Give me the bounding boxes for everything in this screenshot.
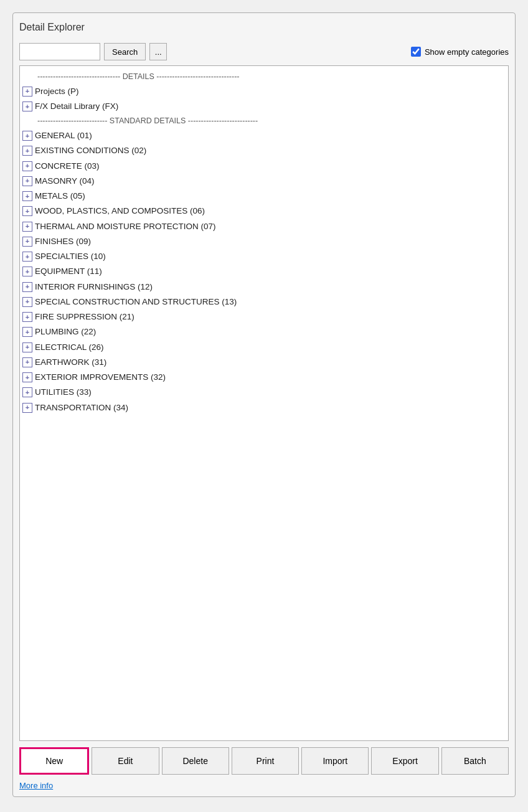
expand-icon[interactable]: + bbox=[22, 342, 32, 352]
tree-item[interactable]: +EARTHWORK (31) bbox=[22, 355, 506, 370]
tree-item[interactable]: +CONCRETE (03) bbox=[22, 159, 506, 174]
tree-item[interactable]: +SPECIALTIES (10) bbox=[22, 249, 506, 264]
tree-item-label: CONCRETE (03) bbox=[35, 160, 100, 172]
tree-item[interactable]: +MASONRY (04) bbox=[22, 174, 506, 189]
expand-icon[interactable]: + bbox=[22, 176, 32, 186]
tree-item-label: THERMAL AND MOISTURE PROTECTION (07) bbox=[35, 220, 216, 233]
tree-item-label: INTERIOR FURNISHINGS (12) bbox=[35, 281, 153, 293]
tree-item-label: F/X Detail Library (FX) bbox=[35, 100, 118, 113]
tree-item[interactable]: +F/X Detail Library (FX) bbox=[22, 99, 506, 114]
tree-item[interactable]: +THERMAL AND MOISTURE PROTECTION (07) bbox=[22, 219, 506, 234]
tree-item-label: FINISHES (09) bbox=[35, 235, 91, 248]
expand-icon[interactable]: + bbox=[22, 206, 32, 216]
expand-icon[interactable]: + bbox=[22, 191, 32, 201]
expand-icon[interactable]: + bbox=[22, 102, 32, 111]
window-title: Detail Explorer bbox=[19, 19, 509, 35]
tree-item-label: SPECIALTIES (10) bbox=[35, 250, 106, 263]
tree-item-label: MASONRY (04) bbox=[35, 175, 95, 187]
expand-icon[interactable]: + bbox=[22, 131, 32, 141]
expand-icon[interactable]: + bbox=[22, 403, 32, 413]
tree-item-label: PLUMBING (22) bbox=[35, 326, 96, 338]
tree-item-label: EQUIPMENT (11) bbox=[35, 265, 102, 278]
expand-icon[interactable]: + bbox=[22, 222, 32, 232]
tree-item-label: FIRE SUPPRESSION (21) bbox=[35, 311, 134, 323]
expand-icon[interactable]: + bbox=[22, 357, 32, 367]
footer-btn-print[interactable]: Print bbox=[232, 747, 299, 775]
tree-item[interactable]: +ELECTRICAL (26) bbox=[22, 340, 506, 355]
expand-icon[interactable]: + bbox=[22, 237, 32, 247]
tree-item[interactable]: +TRANSPORTATION (34) bbox=[22, 400, 506, 415]
tree-item-label: -------------------------------- DETAILS… bbox=[37, 71, 240, 83]
expand-icon[interactable]: + bbox=[22, 387, 32, 397]
tree-item-label: Projects (P) bbox=[35, 85, 79, 98]
footer-btn-import[interactable]: Import bbox=[301, 747, 369, 775]
expand-icon[interactable]: + bbox=[22, 327, 32, 337]
tree-item[interactable]: +FINISHES (09) bbox=[22, 234, 506, 249]
tree-item-label: EARTHWORK (31) bbox=[35, 356, 106, 369]
tree-item-label: TRANSPORTATION (34) bbox=[35, 402, 128, 414]
tree-item[interactable]: +EXTERIOR IMPROVEMENTS (32) bbox=[22, 370, 506, 385]
expand-icon[interactable]: + bbox=[22, 372, 32, 382]
search-input[interactable] bbox=[19, 43, 100, 60]
expand-icon[interactable]: + bbox=[22, 297, 32, 307]
tree-item-label: WOOD, PLASTICS, AND COMPOSITES (06) bbox=[35, 205, 205, 217]
expand-icon[interactable]: + bbox=[22, 87, 32, 97]
expand-icon[interactable]: + bbox=[22, 161, 32, 171]
tree-item-label: GENERAL (01) bbox=[35, 130, 92, 142]
tree-item-label: SPECIAL CONSTRUCTION AND STRUCTURES (13) bbox=[35, 296, 237, 308]
tree-item-label: METALS (05) bbox=[35, 190, 85, 202]
footer-btn-batch[interactable]: Batch bbox=[441, 747, 509, 775]
expand-icon[interactable]: + bbox=[22, 146, 32, 156]
tree-item: -------------------------------- DETAILS… bbox=[22, 70, 506, 84]
footer-btn-export[interactable]: Export bbox=[371, 747, 438, 775]
tree-item[interactable]: +PLUMBING (22) bbox=[22, 324, 506, 339]
tree-item-label: --------------------------- STANDARD DET… bbox=[37, 115, 258, 127]
tree-container[interactable]: -------------------------------- DETAILS… bbox=[19, 65, 509, 741]
detail-explorer-window: Detail Explorer Search ... Show empty ca… bbox=[12, 12, 516, 797]
expand-icon[interactable]: + bbox=[22, 282, 32, 292]
tree-item-label: EXISTING CONDITIONS (02) bbox=[35, 144, 146, 157]
footer-buttons: NewEditDeletePrintImportExportBatch bbox=[19, 747, 509, 775]
show-empty-checkbox[interactable] bbox=[411, 47, 421, 57]
tree-item[interactable]: +SPECIAL CONSTRUCTION AND STRUCTURES (13… bbox=[22, 295, 506, 309]
tree-item[interactable]: +GENERAL (01) bbox=[22, 128, 506, 143]
toolbar: Search ... Show empty categories bbox=[19, 43, 509, 60]
tree-item[interactable]: +METALS (05) bbox=[22, 189, 506, 204]
tree-item-label: ELECTRICAL (26) bbox=[35, 341, 104, 354]
expand-icon[interactable]: + bbox=[22, 267, 32, 276]
tree-item[interactable]: +UTILITIES (33) bbox=[22, 385, 506, 400]
footer-btn-new[interactable]: New bbox=[19, 747, 89, 775]
more-info-link[interactable]: More info bbox=[19, 781, 509, 790]
tree-item-label: UTILITIES (33) bbox=[35, 386, 92, 399]
footer-btn-edit[interactable]: Edit bbox=[92, 747, 159, 775]
search-button[interactable]: Search bbox=[104, 43, 146, 60]
tree-item[interactable]: +EXISTING CONDITIONS (02) bbox=[22, 143, 506, 158]
tree-item[interactable]: +EQUIPMENT (11) bbox=[22, 264, 506, 279]
footer-btn-delete[interactable]: Delete bbox=[162, 747, 229, 775]
tree-item[interactable]: +INTERIOR FURNISHINGS (12) bbox=[22, 280, 506, 295]
tree-item[interactable]: +FIRE SUPPRESSION (21) bbox=[22, 309, 506, 324]
expand-icon[interactable]: + bbox=[22, 312, 32, 322]
show-empty-label[interactable]: Show empty categories bbox=[411, 47, 509, 57]
ellipsis-button[interactable]: ... bbox=[149, 43, 167, 60]
tree-item[interactable]: +WOOD, PLASTICS, AND COMPOSITES (06) bbox=[22, 204, 506, 219]
tree-item-label: EXTERIOR IMPROVEMENTS (32) bbox=[35, 371, 166, 384]
tree-item: --------------------------- STANDARD DET… bbox=[22, 114, 506, 128]
tree-item[interactable]: +Projects (P) bbox=[22, 84, 506, 99]
expand-icon[interactable]: + bbox=[22, 252, 32, 262]
